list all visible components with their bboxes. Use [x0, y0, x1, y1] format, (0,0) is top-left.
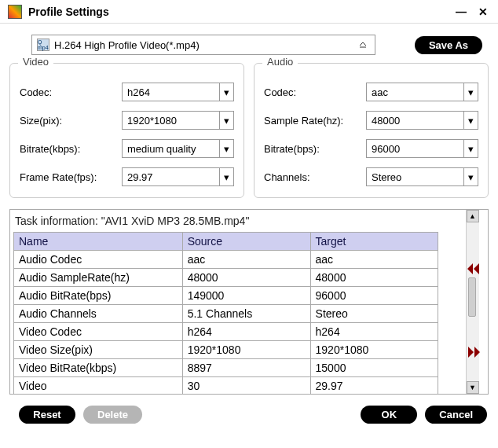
video-codec-label: Codec: — [20, 86, 122, 98]
table-row: Video Size(pix)1920*10801920*1080 — [14, 341, 438, 359]
scroll-up-icon[interactable]: ▲ — [467, 210, 479, 222]
col-target: Target — [310, 233, 438, 251]
table-row: Video Codech264h264 — [14, 323, 438, 341]
audio-bitrate-label: Bitrate(bps): — [264, 143, 366, 155]
video-bitrate-select[interactable]: medium quality ▾ — [122, 139, 234, 158]
reset-button[interactable]: Reset — [19, 406, 75, 424]
table-row: Audio Channels5.1 ChannelsStereo — [14, 305, 438, 323]
audio-samplerate-label: Sample Rate(hz): — [264, 115, 366, 127]
table-row: Audio SampleRate(hz)4800048000 — [14, 269, 438, 287]
chevron-down-icon: ▾ — [463, 112, 478, 129]
profile-format-icon: Q mp4 — [37, 39, 49, 51]
audio-group: Audio Codec: aac ▾ Sample Rate(hz): 4800… — [254, 63, 489, 198]
titlebar: Profile Settings — ✕ — [0, 0, 498, 24]
minimize-button[interactable]: — — [454, 5, 468, 19]
chevron-down-icon: ▾ — [463, 140, 478, 157]
save-as-button[interactable]: Save As — [415, 36, 482, 54]
video-fps-select[interactable]: 29.97 ▾ — [122, 167, 234, 186]
close-button[interactable]: ✕ — [476, 5, 490, 19]
table-row: Video3029.97 — [14, 377, 438, 395]
video-fps-label: Frame Rate(fps): — [20, 171, 122, 183]
chevron-down-icon: ▾ — [219, 140, 233, 157]
profile-select[interactable]: Q mp4 H.264 High Profile Video(*.mp4) — [31, 35, 375, 55]
audio-codec-label: Codec: — [264, 86, 366, 98]
audio-channels-label: Channels: — [264, 171, 366, 183]
dropdown-arrow-icon — [356, 38, 370, 52]
video-codec-select[interactable]: h264 ▾ — [122, 83, 234, 101]
video-group: Video Codec: h264 ▾ Size(pix): 1920*1080… — [9, 63, 244, 198]
audio-samplerate-select[interactable]: 48000 ▾ — [366, 111, 478, 130]
window-title: Profile Settings — [28, 6, 446, 18]
col-source: Source — [182, 233, 310, 251]
app-icon — [8, 5, 22, 19]
scroll-down-icon[interactable]: ▼ — [467, 381, 479, 394]
table-row: Audio Codecaacaac — [14, 251, 438, 269]
task-info-label: Task information: "AVI1 XviD MP3 28.5MB.… — [15, 215, 456, 227]
task-area: Task information: "AVI1 XviD MP3 28.5MB.… — [9, 209, 489, 395]
prev-arrow-button[interactable] — [463, 260, 485, 277]
scrollbar[interactable]: ▲ ▼ — [466, 210, 478, 394]
video-legend: Video — [18, 56, 53, 68]
chevron-down-icon: ▾ — [219, 83, 233, 101]
table-row: Video BitRate(kbps)889715000 — [14, 359, 438, 377]
video-bitrate-label: Bitrate(kbps): — [20, 143, 122, 155]
cancel-button[interactable]: Cancel — [425, 406, 487, 424]
audio-channels-select[interactable]: Stereo ▾ — [366, 167, 478, 186]
next-arrow-button[interactable] — [463, 343, 485, 361]
video-size-select[interactable]: 1920*1080 ▾ — [122, 111, 234, 130]
video-size-label: Size(pix): — [20, 115, 122, 127]
table-row: Audio BitRate(bps)14900096000 — [14, 287, 438, 305]
chevron-down-icon: ▾ — [463, 83, 478, 101]
scroll-thumb[interactable] — [468, 277, 476, 317]
ok-button[interactable]: OK — [361, 406, 417, 424]
col-name: Name — [14, 233, 183, 251]
task-table: Name Source Target Audio CodecaacaacAudi… — [13, 232, 438, 394]
chevron-down-icon: ▾ — [219, 112, 233, 129]
audio-bitrate-select[interactable]: 96000 ▾ — [366, 139, 478, 158]
audio-codec-select[interactable]: aac ▾ — [366, 83, 478, 101]
audio-legend: Audio — [262, 56, 298, 68]
delete-button[interactable]: Delete — [83, 406, 142, 424]
profile-select-value: H.264 High Profile Video(*.mp4) — [54, 39, 356, 51]
chevron-down-icon: ▾ — [219, 168, 233, 185]
chevron-down-icon: ▾ — [463, 168, 478, 185]
